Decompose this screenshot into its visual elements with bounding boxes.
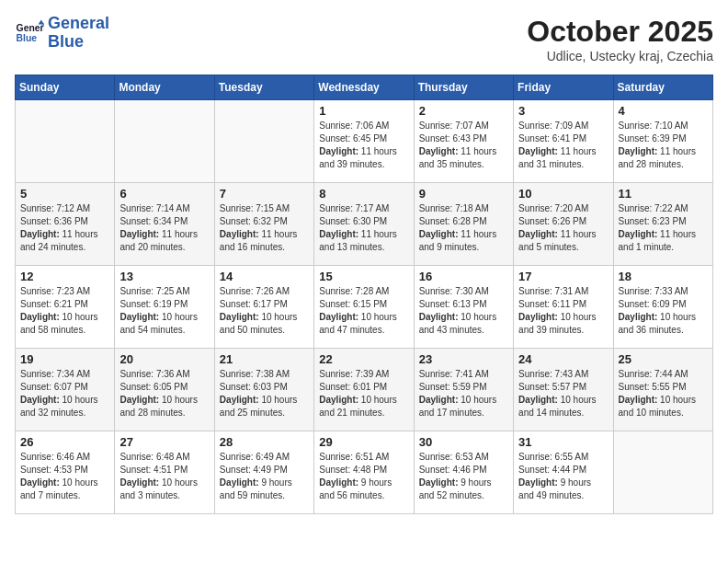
- calendar-cell: 5Sunrise: 7:12 AMSunset: 6:36 PMDaylight…: [16, 183, 115, 266]
- title-block: October 2025 Udlice, Ustecky kraj, Czech…: [527, 15, 713, 63]
- day-number: 10: [518, 187, 608, 201]
- day-number: 15: [319, 270, 408, 283]
- calendar-week-row: 19Sunrise: 7:34 AMSunset: 6:07 PMDayligh…: [16, 349, 713, 431]
- calendar-week-row: 5Sunrise: 7:12 AMSunset: 6:36 PMDaylight…: [16, 183, 713, 266]
- calendar-cell: 9Sunrise: 7:18 AMSunset: 6:28 PMDaylight…: [414, 183, 513, 266]
- calendar-cell: 26Sunrise: 6:46 AMSunset: 4:53 PMDayligh…: [16, 431, 115, 514]
- day-content: Sunrise: 7:34 AMSunset: 6:07 PMDaylight:…: [20, 368, 109, 419]
- day-content: Sunrise: 7:44 AMSunset: 5:55 PMDaylight:…: [619, 368, 708, 419]
- day-number: 1: [319, 104, 408, 118]
- day-number: 9: [419, 187, 508, 201]
- day-content: Sunrise: 7:41 AMSunset: 5:59 PMDaylight:…: [419, 368, 508, 419]
- day-content: Sunrise: 7:18 AMSunset: 6:28 PMDaylight:…: [419, 202, 508, 254]
- calendar-cell: 16Sunrise: 7:30 AMSunset: 6:13 PMDayligh…: [414, 266, 513, 349]
- calendar-cell: 2Sunrise: 7:07 AMSunset: 6:43 PMDaylight…: [414, 100, 513, 183]
- day-number: 17: [518, 270, 608, 283]
- calendar-cell: 1Sunrise: 7:06 AMSunset: 6:45 PMDaylight…: [314, 100, 414, 183]
- day-number: 30: [419, 435, 508, 449]
- day-content: Sunrise: 7:06 AMSunset: 6:45 PMDaylight:…: [319, 120, 408, 171]
- day-content: Sunrise: 7:10 AMSunset: 6:39 PMDaylight:…: [619, 120, 708, 171]
- calendar-cell: 31Sunrise: 6:55 AMSunset: 4:44 PMDayligh…: [514, 431, 613, 514]
- day-number: 26: [20, 435, 109, 449]
- day-content: Sunrise: 7:12 AMSunset: 6:36 PMDaylight:…: [20, 202, 109, 254]
- weekday-header-cell: Thursday: [414, 75, 513, 100]
- calendar-cell: 4Sunrise: 7:10 AMSunset: 6:39 PMDaylight…: [613, 100, 712, 183]
- day-number: 31: [518, 435, 608, 449]
- svg-marker-2: [39, 19, 44, 24]
- logo-line2: Blue: [48, 32, 84, 51]
- day-content: Sunrise: 7:22 AMSunset: 6:23 PMDaylight:…: [619, 202, 708, 254]
- day-content: Sunrise: 7:26 AMSunset: 6:17 PMDaylight:…: [220, 285, 309, 337]
- calendar-cell: 19Sunrise: 7:34 AMSunset: 6:07 PMDayligh…: [16, 349, 115, 431]
- calendar-title: October 2025: [527, 15, 713, 49]
- svg-text:Blue: Blue: [17, 33, 38, 43]
- day-content: Sunrise: 7:33 AMSunset: 6:09 PMDaylight:…: [619, 285, 708, 337]
- calendar-cell: 8Sunrise: 7:17 AMSunset: 6:30 PMDaylight…: [314, 183, 414, 266]
- day-content: Sunrise: 7:39 AMSunset: 6:01 PMDaylight:…: [319, 368, 408, 419]
- weekday-header-cell: Tuesday: [214, 75, 313, 100]
- svg-text:General: General: [17, 23, 44, 33]
- calendar-body: 1Sunrise: 7:06 AMSunset: 6:45 PMDaylight…: [16, 100, 713, 514]
- day-number: 11: [619, 187, 708, 201]
- day-content: Sunrise: 7:43 AMSunset: 5:57 PMDaylight:…: [518, 368, 608, 419]
- day-number: 7: [220, 187, 309, 201]
- calendar-week-row: 26Sunrise: 6:46 AMSunset: 4:53 PMDayligh…: [16, 431, 713, 514]
- day-number: 28: [220, 435, 309, 449]
- weekday-header-cell: Friday: [514, 75, 613, 100]
- day-content: Sunrise: 7:20 AMSunset: 6:26 PMDaylight:…: [518, 202, 608, 254]
- day-content: Sunrise: 7:38 AMSunset: 6:03 PMDaylight:…: [220, 368, 309, 419]
- day-content: Sunrise: 7:17 AMSunset: 6:30 PMDaylight:…: [319, 202, 408, 254]
- day-content: Sunrise: 7:09 AMSunset: 6:41 PMDaylight:…: [518, 120, 608, 171]
- calendar-cell: 15Sunrise: 7:28 AMSunset: 6:15 PMDayligh…: [314, 266, 414, 349]
- day-content: Sunrise: 6:48 AMSunset: 4:51 PMDaylight:…: [119, 451, 209, 502]
- calendar-cell: 3Sunrise: 7:09 AMSunset: 6:41 PMDaylight…: [514, 100, 613, 183]
- day-number: 2: [419, 104, 508, 118]
- day-content: Sunrise: 7:07 AMSunset: 6:43 PMDaylight:…: [419, 120, 508, 171]
- day-content: Sunrise: 7:30 AMSunset: 6:13 PMDaylight:…: [419, 285, 508, 337]
- page-header: General Blue General Blue October 2025 U…: [15, 15, 713, 63]
- calendar-cell: [16, 100, 115, 183]
- day-content: Sunrise: 7:31 AMSunset: 6:11 PMDaylight:…: [518, 285, 608, 337]
- calendar-cell: [214, 100, 313, 183]
- day-number: 23: [419, 352, 508, 366]
- day-content: Sunrise: 6:51 AMSunset: 4:48 PMDaylight:…: [319, 451, 408, 502]
- day-number: 13: [119, 270, 209, 283]
- calendar-cell: 30Sunrise: 6:53 AMSunset: 4:46 PMDayligh…: [414, 431, 513, 514]
- calendar-cell: 13Sunrise: 7:25 AMSunset: 6:19 PMDayligh…: [115, 266, 214, 349]
- day-number: 29: [319, 435, 408, 449]
- day-content: Sunrise: 7:23 AMSunset: 6:21 PMDaylight:…: [20, 285, 109, 337]
- day-content: Sunrise: 6:55 AMSunset: 4:44 PMDaylight:…: [518, 451, 608, 502]
- calendar-table: SundayMondayTuesdayWednesdayThursdayFrid…: [15, 75, 713, 514]
- day-content: Sunrise: 7:14 AMSunset: 6:34 PMDaylight:…: [119, 202, 209, 254]
- calendar-week-row: 1Sunrise: 7:06 AMSunset: 6:45 PMDaylight…: [16, 100, 713, 183]
- calendar-cell: 24Sunrise: 7:43 AMSunset: 5:57 PMDayligh…: [514, 349, 613, 431]
- day-number: 12: [20, 270, 109, 283]
- weekday-header-cell: Monday: [115, 75, 214, 100]
- logo-text: General Blue: [48, 15, 109, 52]
- day-number: 6: [119, 187, 209, 201]
- calendar-cell: 12Sunrise: 7:23 AMSunset: 6:21 PMDayligh…: [16, 266, 115, 349]
- calendar-week-row: 12Sunrise: 7:23 AMSunset: 6:21 PMDayligh…: [16, 266, 713, 349]
- day-number: 3: [518, 104, 608, 118]
- calendar-cell: 25Sunrise: 7:44 AMSunset: 5:55 PMDayligh…: [613, 349, 712, 431]
- day-content: Sunrise: 6:49 AMSunset: 4:49 PMDaylight:…: [220, 451, 309, 502]
- logo-icon: General Blue: [15, 18, 44, 48]
- calendar-cell: 10Sunrise: 7:20 AMSunset: 6:26 PMDayligh…: [514, 183, 613, 266]
- calendar-cell: 21Sunrise: 7:38 AMSunset: 6:03 PMDayligh…: [214, 349, 313, 431]
- weekday-header-cell: Saturday: [613, 75, 712, 100]
- day-content: Sunrise: 7:15 AMSunset: 6:32 PMDaylight:…: [220, 202, 309, 254]
- day-number: 18: [619, 270, 708, 283]
- calendar-cell: [613, 431, 712, 514]
- logo: General Blue General Blue: [15, 15, 109, 52]
- calendar-cell: 11Sunrise: 7:22 AMSunset: 6:23 PMDayligh…: [613, 183, 712, 266]
- weekday-header-cell: Wednesday: [314, 75, 414, 100]
- day-number: 19: [20, 352, 109, 366]
- day-number: 16: [419, 270, 508, 283]
- day-number: 4: [619, 104, 708, 118]
- logo-line1: General: [48, 14, 109, 32]
- day-content: Sunrise: 7:25 AMSunset: 6:19 PMDaylight:…: [119, 285, 209, 337]
- calendar-cell: 23Sunrise: 7:41 AMSunset: 5:59 PMDayligh…: [414, 349, 513, 431]
- weekday-header-cell: Sunday: [16, 75, 115, 100]
- day-number: 25: [619, 352, 708, 366]
- day-number: 22: [319, 352, 408, 366]
